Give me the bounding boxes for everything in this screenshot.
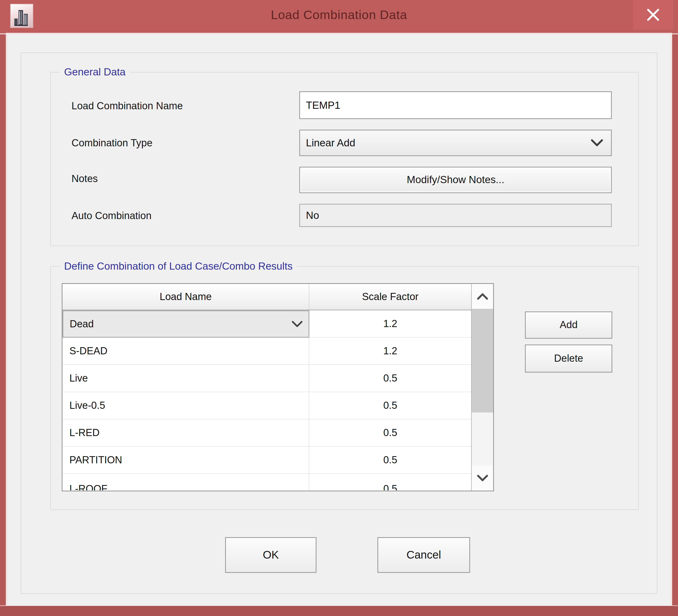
table-row: Dead 1.2: [63, 311, 471, 338]
chevron-down-icon: [591, 139, 603, 147]
add-button[interactable]: Add: [525, 312, 612, 339]
table-row: S-DEAD 1.2: [63, 338, 471, 365]
table-row: Live 0.5: [63, 365, 471, 392]
load-name-combobox[interactable]: Dead: [63, 311, 309, 338]
modify-show-notes-button[interactable]: Modify/Show Notes...: [299, 167, 612, 193]
load-name-cell[interactable]: PARTITION: [63, 447, 309, 474]
load-name-cell[interactable]: L-RED: [63, 419, 309, 446]
load-name-cell[interactable]: Live: [63, 365, 309, 392]
scale-factor-cell[interactable]: 0.5: [309, 419, 471, 446]
close-button[interactable]: [633, 0, 673, 30]
load-combination-dialog: Load Combination Data General Data Load …: [0, 0, 678, 616]
scale-factor-cell[interactable]: 0.5: [309, 447, 471, 474]
notes-label: Notes: [72, 172, 98, 186]
load-name-cell[interactable]: Live-0.5: [63, 392, 309, 419]
chevron-down-icon: [292, 321, 303, 328]
load-combination-table: Load Name Scale Factor Dead 1.2 S-DEAD 1…: [62, 283, 494, 491]
window-title: Load Combination Data: [0, 0, 678, 30]
scale-factor-cell[interactable]: 0.5: [309, 365, 471, 392]
close-icon: [646, 8, 660, 22]
chevron-down-icon: [477, 475, 488, 482]
chevron-up-icon: [477, 293, 488, 300]
table-content: Load Name Scale Factor Dead 1.2 S-DEAD 1…: [63, 284, 471, 491]
general-data-legend: General Data: [60, 65, 130, 79]
load-name-header: Load Name: [63, 284, 309, 310]
ok-button[interactable]: OK: [225, 537, 316, 573]
table-row-clipped: L-ROOF 0.5: [63, 474, 471, 490]
delete-button[interactable]: Delete: [525, 344, 612, 373]
scroll-down-button[interactable]: [472, 466, 493, 491]
load-name-cell[interactable]: L-ROOF: [63, 474, 309, 490]
scrollbar-thumb[interactable]: [472, 309, 493, 413]
table-header-row: Load Name Scale Factor: [63, 284, 471, 311]
auto-combination-label: Auto Combination: [72, 209, 151, 222]
scale-factor-cell[interactable]: 1.2: [309, 311, 471, 337]
scale-factor-cell[interactable]: 0.5: [309, 392, 471, 419]
table-row: Live-0.5 0.5: [63, 392, 471, 419]
load-combination-name-label: Load Combination Name: [72, 99, 183, 113]
table-scrollbar[interactable]: [471, 284, 493, 491]
scale-factor-header: Scale Factor: [309, 284, 471, 310]
load-name-combobox-value: Dead: [70, 311, 94, 337]
load-name-cell[interactable]: S-DEAD: [63, 338, 309, 364]
scale-factor-cell[interactable]: 1.2: [309, 338, 471, 364]
define-combination-legend: Define Combination of Load Case/Combo Re…: [60, 259, 297, 273]
combination-type-label: Combination Type: [72, 136, 153, 150]
combination-type-select[interactable]: Linear Add: [299, 130, 612, 156]
cancel-button[interactable]: Cancel: [377, 537, 470, 573]
titlebar: Load Combination Data: [0, 0, 678, 34]
scale-factor-cell[interactable]: 0.5: [309, 474, 471, 490]
table-row: L-RED 0.5: [63, 419, 471, 447]
auto-combination-field: No: [299, 204, 612, 227]
scroll-up-button[interactable]: [472, 284, 493, 309]
window-frame-bottom: [0, 606, 678, 616]
load-combination-name-input[interactable]: TEMP1: [299, 91, 612, 119]
combination-type-value: Linear Add: [306, 130, 355, 155]
table-row: PARTITION 0.5: [63, 447, 471, 474]
dialog-body: General Data Load Combination Name TEMP1…: [7, 34, 671, 606]
